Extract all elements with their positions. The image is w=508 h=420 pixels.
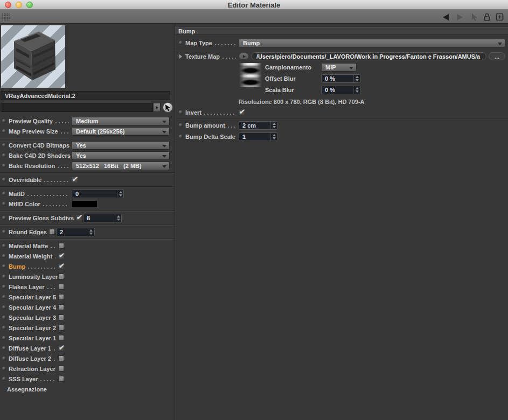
preview-gloss-field[interactable]: 8 <box>83 214 122 222</box>
channel-dot <box>179 41 183 45</box>
channel-specular-layer-5[interactable]: Specular Layer 5 <box>0 292 175 302</box>
bump-checkbox[interactable] <box>58 263 64 269</box>
channel-dot <box>2 153 6 157</box>
history-back-icon[interactable] <box>441 13 450 21</box>
shader-link-next-button[interactable] <box>153 103 161 112</box>
channel-dot <box>2 336 6 340</box>
history-forward-icon[interactable] <box>455 13 465 21</box>
texture-thumbnail[interactable] <box>239 63 262 87</box>
channel-dot <box>2 264 6 268</box>
campionamento-dropdown[interactable]: MIP <box>321 63 357 72</box>
channel-diffuse-layer-2[interactable]: Diffuse Layer 2 <box>0 353 175 363</box>
setting-bump-amount: Bump amount 2 cm <box>175 120 508 130</box>
channel-dot <box>2 244 6 248</box>
channel-dot <box>2 230 6 234</box>
flakes-layer-checkbox[interactable] <box>58 284 64 290</box>
texture-path-field[interactable]: /Users/piero/Documents/_LAVORO/Work in P… <box>251 52 486 60</box>
round-edges-field[interactable]: 2 <box>56 228 95 236</box>
setting-bake-resolution: Bake Resolution 512x512 16Bit (2 MB) <box>0 160 175 171</box>
divider <box>0 172 175 173</box>
channel-bump[interactable]: Bump <box>0 261 175 271</box>
stepper[interactable] <box>353 86 360 94</box>
resolution-info: Risoluzione 800 x 780, RGB (8 Bit), HD 7… <box>239 98 508 106</box>
channel-specular-layer-2[interactable]: Specular Layer 2 <box>0 323 175 333</box>
setting-map-type: Map Type Bump <box>175 38 508 48</box>
channel-dot <box>2 275 6 278</box>
channel-specular-layer-3[interactable]: Specular Layer 3 <box>0 312 175 323</box>
convert-bitmaps-dropdown[interactable]: Yes <box>72 141 170 150</box>
material-matte-checkbox[interactable] <box>58 243 64 249</box>
channel-luminosity-layer[interactable]: Luminosity Layer <box>0 271 175 282</box>
specular-layer-3-checkbox[interactable] <box>58 314 64 320</box>
channel-specular-layer-4[interactable]: Specular Layer 4 <box>0 302 175 312</box>
setting-round-edges: Round Edges 2 <box>0 227 175 237</box>
new-window-icon[interactable] <box>496 13 504 21</box>
divider <box>175 49 508 50</box>
channel-dot <box>179 135 183 138</box>
preview-gloss-checkbox[interactable] <box>76 215 82 221</box>
channel-dot <box>2 164 6 167</box>
channel-material-matte[interactable]: Material Matte <box>0 241 175 251</box>
texture-menu-button[interactable] <box>239 53 249 60</box>
overridable-checkbox[interactable] <box>72 177 78 183</box>
offset-blur-field[interactable]: 0 % <box>321 74 360 83</box>
bake-shaders-dropdown[interactable]: Yes <box>72 151 170 160</box>
material-preview[interactable] <box>1 25 65 88</box>
matid-field[interactable]: 0 <box>72 190 124 198</box>
channel-dot <box>2 305 6 309</box>
diffuse-layer-2-checkbox[interactable] <box>58 355 64 361</box>
channel-specular-layer-1[interactable]: Specular Layer 1 <box>0 333 175 343</box>
stepper[interactable] <box>270 133 277 141</box>
specular-layer-2-checkbox[interactable] <box>58 325 64 331</box>
channel-dot <box>2 216 6 220</box>
luminosity-layer-checkbox[interactable] <box>58 274 64 279</box>
channel-sss-layer[interactable]: SSS Layer <box>0 374 175 384</box>
browse-button[interactable]: ... <box>489 52 505 60</box>
map-type-dropdown[interactable]: Bump <box>239 39 505 47</box>
specular-layer-5-checkbox[interactable] <box>58 294 64 300</box>
preview-quality-dropdown[interactable]: Medium <box>72 117 170 125</box>
map-preview-size-dropdown[interactable]: Default (256x256) <box>72 127 170 136</box>
specular-layer-4-checkbox[interactable] <box>58 304 64 310</box>
divider <box>175 118 508 119</box>
pick-material-icon[interactable] <box>470 13 478 22</box>
lock-icon[interactable] <box>483 13 491 22</box>
round-edges-checkbox[interactable] <box>49 229 55 235</box>
sss-layer-checkbox[interactable] <box>58 376 64 382</box>
bump-delta-scale-field[interactable]: 1 <box>239 132 277 141</box>
drag-grip-icon[interactable] <box>2 13 10 20</box>
stepper[interactable] <box>270 122 277 129</box>
channel-dot <box>2 367 6 370</box>
setting-map-preview-size: Map Preview Size Default (256x256) <box>0 126 175 136</box>
stepper[interactable] <box>117 190 123 198</box>
material-weight-checkbox[interactable] <box>58 253 64 259</box>
channel-diffuse-layer-1[interactable]: Diffuse Layer 1 <box>0 343 175 353</box>
channel-refraction-layer[interactable]: Refraction Layer <box>0 363 175 374</box>
tab-assignment[interactable]: Assegnazione <box>0 384 175 395</box>
scala-blur-field[interactable]: 0 % <box>321 86 360 94</box>
expander-triangle-icon[interactable] <box>179 54 182 59</box>
refraction-layer-checkbox[interactable] <box>58 366 64 372</box>
setting-offset-blur: Offset Blur 0 % <box>265 74 386 83</box>
invert-checkbox[interactable] <box>239 109 245 115</box>
channel-dot <box>2 377 6 381</box>
stepper[interactable] <box>115 214 121 222</box>
bake-resolution-dropdown[interactable]: 512x512 16Bit (2 MB) <box>72 162 170 170</box>
diffuse-layer-1-checkbox[interactable] <box>58 345 64 351</box>
texture-detail-block: Campionamento MIP Offset Blur 0 % Scala … <box>239 63 508 96</box>
setting-campionamento: Campionamento MIP <box>265 63 386 72</box>
channel-material-weight[interactable]: Material Weight <box>0 251 175 261</box>
bump-amount-field[interactable]: 2 cm <box>239 121 277 130</box>
pick-object-button[interactable] <box>163 102 173 113</box>
channel-flakes-layer[interactable]: Flakes Layer <box>0 282 175 292</box>
channel-dot <box>2 285 6 289</box>
stepper[interactable] <box>353 75 360 82</box>
channel-dot <box>2 326 6 330</box>
mtlid-color-swatch[interactable] <box>72 200 98 208</box>
shader-link-input[interactable] <box>1 103 153 112</box>
shader-link-row <box>1 102 174 113</box>
material-name-input[interactable] <box>1 91 170 100</box>
divider <box>0 138 175 138</box>
stepper[interactable] <box>88 228 94 236</box>
specular-layer-1-checkbox[interactable] <box>58 335 64 341</box>
